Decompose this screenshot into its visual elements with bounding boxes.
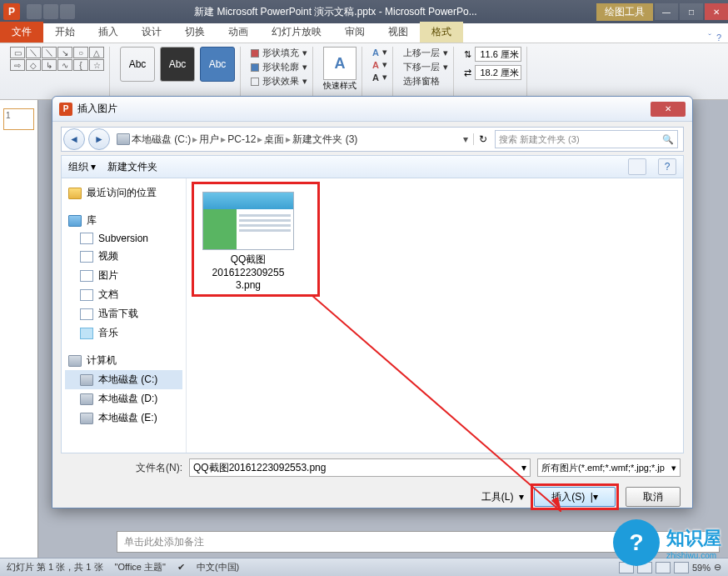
tab-slideshow[interactable]: 幻灯片放映 — [260, 22, 333, 43]
shape-oval-icon[interactable]: ○ — [73, 47, 88, 58]
tree-recent[interactable]: 最近访问的位置 — [65, 183, 182, 203]
status-theme: "Office 主题" — [115, 561, 166, 573]
shape-styles-group: Abc Abc Abc — [115, 47, 241, 96]
ribbon: ▭ ＼ ＼ ↘ ○ △ ⇨ ◇ ↳ ∿ { ☆ Abc Abc Abc 形状填充… — [0, 43, 728, 100]
tools-button[interactable]: 工具(L) ▾ — [481, 490, 524, 504]
dialog-footer: 文件名(N): QQ截图20161223092553.png ▾ 所有图片(*.… — [52, 453, 692, 522]
crumb-3[interactable]: 桌面 — [264, 133, 284, 147]
shape-diamond-icon[interactable]: ◇ — [26, 59, 41, 71]
maximize-button[interactable]: □ — [680, 3, 703, 20]
tree-disk-d[interactable]: 本地磁盘 (D:) — [65, 389, 182, 408]
style-abc-1[interactable]: Abc — [120, 47, 155, 82]
text-outline-button[interactable]: A ▾ — [372, 59, 387, 70]
slide-panel[interactable]: 1 — [0, 100, 38, 558]
help-button[interactable]: ? — [658, 158, 676, 175]
selection-pane-button[interactable]: 选择窗格 — [403, 75, 448, 88]
quick-styles-button[interactable]: A — [323, 47, 357, 80]
help-icon[interactable]: ? — [716, 33, 721, 43]
dialog-close-button[interactable]: ✕ — [651, 102, 686, 117]
height-input[interactable] — [475, 47, 521, 62]
view-mode-button[interactable] — [628, 158, 646, 175]
file-list-area[interactable]: QQ截图 2016122309255 3.png — [187, 178, 683, 453]
library-icon — [68, 215, 82, 227]
refresh-button[interactable]: ↻ — [473, 133, 491, 145]
cancel-button[interactable]: 取消 — [626, 487, 681, 507]
crumb-1[interactable]: 用户 — [199, 133, 219, 147]
shape-curve-icon[interactable]: ∿ — [57, 59, 72, 71]
tab-home[interactable]: 开始 — [43, 22, 87, 43]
shape-tri-icon[interactable]: △ — [89, 47, 104, 58]
breadcrumb[interactable]: 本地磁盘 (C:)▸ 用户▸ PC-12▸ 桌面▸ 新建文件夹 (3) — [112, 133, 458, 147]
tree-disk-c[interactable]: 本地磁盘 (C:) — [65, 370, 182, 389]
doc-icon — [80, 233, 93, 244]
shape-brace-icon[interactable]: { — [73, 59, 88, 71]
tree-disk-e[interactable]: 本地磁盘 (E:) — [65, 408, 182, 428]
style-abc-3[interactable]: Abc — [200, 47, 235, 82]
send-backward-button[interactable]: 下移一层 ▾ — [403, 61, 448, 73]
tab-insert[interactable]: 插入 — [87, 22, 130, 43]
crumb-2[interactable]: PC-12 — [227, 133, 256, 145]
tree-videos[interactable]: 视频 — [65, 247, 182, 266]
annotation-box-2: 插入(S) |▾ — [531, 483, 619, 510]
file-thumbnail — [202, 192, 294, 250]
shape-arrow-icon[interactable]: ↘ — [57, 47, 72, 58]
tab-view[interactable]: 视图 — [376, 22, 420, 43]
width-input[interactable] — [475, 65, 521, 80]
shape-star-icon[interactable]: ☆ — [89, 59, 104, 71]
organize-button[interactable]: 组织 ▾ — [68, 160, 96, 174]
tree-computer[interactable]: 计算机 — [65, 351, 182, 370]
status-spell-icon[interactable]: ✔ — [177, 562, 185, 573]
tree-pictures[interactable]: 图片 — [65, 266, 182, 285]
tree-libraries[interactable]: 库 — [65, 211, 182, 230]
minimize-ribbon-icon[interactable]: ˇ — [708, 33, 711, 43]
tab-transition[interactable]: 切换 — [173, 22, 217, 43]
nav-forward-button[interactable]: ► — [88, 128, 110, 150]
tree-subversion[interactable]: Subversion — [65, 230, 182, 247]
minimize-button[interactable]: — — [655, 3, 678, 20]
shape-arrb-icon[interactable]: ⇨ — [10, 59, 25, 71]
tab-review[interactable]: 审阅 — [333, 22, 376, 43]
music-icon — [80, 328, 93, 339]
file-filter-select[interactable]: 所有图片(*.emf;*.wmf;*.jpg;*.jp ▾ — [537, 458, 681, 477]
qat-redo-icon[interactable] — [60, 4, 75, 19]
qat-undo-icon[interactable] — [43, 4, 58, 19]
crumb-4[interactable]: 新建文件夹 (3) — [292, 133, 357, 147]
tree-downloads[interactable]: 迅雷下载 — [65, 304, 182, 323]
filename-value: QQ截图20161223092553.png — [193, 461, 326, 475]
tree-music[interactable]: 音乐 — [65, 323, 182, 343]
shape-rect-icon[interactable]: ▭ — [10, 47, 25, 58]
status-lang[interactable]: 中文(中国) — [197, 561, 239, 573]
crumb-0[interactable]: 本地磁盘 (C:) — [132, 133, 191, 147]
shape-effects-button[interactable]: 形状效果 ▾ — [251, 75, 307, 88]
text-fill-button[interactable]: A ▾ — [372, 47, 387, 58]
slide-thumbnail-1[interactable]: 1 — [3, 108, 34, 130]
new-folder-button[interactable]: 新建文件夹 — [107, 160, 157, 174]
close-button[interactable]: ✕ — [705, 3, 728, 20]
tab-animation[interactable]: 动画 — [217, 22, 260, 43]
filename-dropdown-icon[interactable]: ▾ — [521, 462, 526, 473]
tree-documents[interactable]: 文档 — [65, 285, 182, 304]
tab-format[interactable]: 格式 — [420, 22, 463, 43]
bring-forward-button[interactable]: 上移一层 ▾ — [403, 47, 448, 59]
shape-conn-icon[interactable]: ↳ — [42, 59, 57, 71]
nav-back-button[interactable]: ◄ — [63, 128, 85, 150]
filename-input[interactable]: QQ截图20161223092553.png ▾ — [189, 458, 531, 477]
tab-file[interactable]: 文件 — [0, 22, 43, 43]
contextual-tab-label: 绘图工具 — [596, 3, 653, 21]
shape-line2-icon[interactable]: ＼ — [42, 47, 57, 58]
qat-save-icon[interactable] — [27, 4, 42, 19]
pictures-icon — [80, 270, 93, 282]
search-input[interactable]: 搜索 新建文件夹 (3) 🔍 — [495, 130, 678, 148]
shape-outline-button[interactable]: 形状轮廓 ▾ — [251, 61, 307, 73]
insert-button[interactable]: 插入(S) |▾ — [534, 487, 616, 507]
watermark-icon: ? — [613, 519, 660, 566]
tab-design[interactable]: 设计 — [130, 22, 173, 43]
crumb-dropdown-icon[interactable]: ▾ — [458, 133, 473, 145]
text-effects-button[interactable]: A ▾ — [372, 72, 387, 83]
shape-line-icon[interactable]: ＼ — [26, 47, 41, 58]
folder-tree[interactable]: 最近访问的位置 库 Subversion 视频 图片 文档 迅雷下载 音乐 计算… — [62, 178, 187, 453]
style-abc-2[interactable]: Abc — [160, 47, 195, 82]
filter-dropdown-icon[interactable]: ▾ — [671, 463, 676, 473]
shape-fill-button[interactable]: 形状填充 ▾ — [251, 47, 307, 59]
search-icon[interactable]: 🔍 — [662, 134, 674, 145]
